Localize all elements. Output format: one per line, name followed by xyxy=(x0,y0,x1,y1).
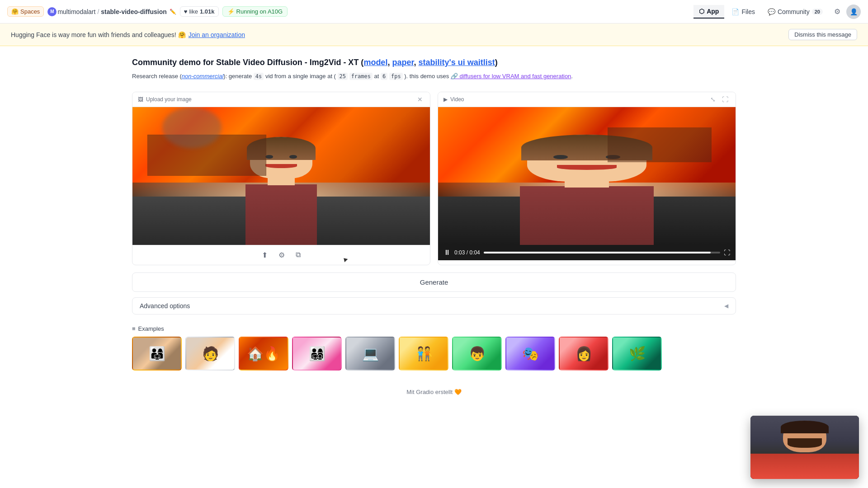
examples-header: ≡ Examples xyxy=(132,325,736,332)
spaces-icon: 🤗 xyxy=(11,8,19,15)
time-current: 0:03 / 0:04 xyxy=(454,249,480,256)
banner: Hugging Face is way more fun with friend… xyxy=(0,23,868,46)
waitlist-link[interactable]: stability's ui waitlist xyxy=(418,58,495,67)
example-thumb-4[interactable]: 👨‍👩‍👧‍👦 xyxy=(292,337,342,371)
example-thumb-5[interactable]: 💻 xyxy=(345,337,395,371)
footer-text: Mit Gradio erstellt 🧡 xyxy=(406,389,461,395)
repo-owner-avatar: M xyxy=(47,7,57,16)
video-fullscreen-button[interactable]: ⛶ xyxy=(724,249,730,256)
video-label: Video xyxy=(450,96,464,103)
video-display xyxy=(438,107,736,245)
nav-community[interactable]: 💬 Community 20 xyxy=(762,5,828,18)
video-content xyxy=(438,107,736,245)
image-panel-header: 🖼 Upload your image ✕ xyxy=(132,92,430,107)
play-pause-button[interactable]: ⏸ xyxy=(443,249,451,257)
running-icon: ⚡ xyxy=(227,8,235,15)
example-thumb-3[interactable]: 🏠🔥 xyxy=(239,337,288,371)
repo-path: M multimodalart / stable-video-diffusion… xyxy=(47,7,176,16)
nav-app[interactable]: ⬡ App xyxy=(693,5,724,19)
settings-button[interactable]: ⚙ xyxy=(830,5,844,19)
like-count: 1.01k xyxy=(200,8,215,15)
example-thumb-2[interactable]: 🧑 xyxy=(185,337,235,371)
video-panel: ▶ Video ⤡ ⛶ xyxy=(438,92,736,265)
files-icon: 📄 xyxy=(731,8,739,15)
running-badge: ⚡ Running on A10G xyxy=(222,6,288,17)
edit-button[interactable]: ⚙ xyxy=(277,249,287,261)
video-panel-header: ▶ Video ⤡ ⛶ xyxy=(438,92,736,107)
generate-section: Generate xyxy=(132,272,736,292)
header-right: ⬡ App 📄 Files 💬 Community 20 ⚙ 👤 xyxy=(693,5,861,19)
video-progress-track[interactable] xyxy=(484,252,720,253)
video-progress-fill xyxy=(484,252,711,253)
model-link[interactable]: model xyxy=(363,58,387,67)
frames-code: 25 xyxy=(338,73,348,80)
community-count: 20 xyxy=(812,9,823,15)
advanced-options-label: Advanced options xyxy=(140,302,190,310)
image-panel: 🖼 Upload your image ✕ xyxy=(132,92,430,265)
duration-code: 4s xyxy=(254,73,264,80)
banner-message: Hugging Face is way more fun with friend… xyxy=(11,31,186,38)
diffusers-link[interactable]: 🔗 diffusers for low VRAM and fast genera… xyxy=(451,73,571,80)
panels-row: 🖼 Upload your image ✕ xyxy=(132,92,736,265)
like-button[interactable]: ♥ like 1.01k xyxy=(180,6,219,17)
example-thumb-8[interactable]: 🎭 xyxy=(505,337,555,371)
example-thumb-6[interactable]: 🧑‍🤝‍🧑 xyxy=(399,337,448,371)
repo-name[interactable]: stable-video-diffusion xyxy=(101,8,166,15)
copy-button[interactable]: ⧉ xyxy=(294,249,302,261)
app-icon: ⬡ xyxy=(699,8,704,15)
subtitle: Research release (non-commercial): gener… xyxy=(132,72,736,81)
example-thumb-9[interactable]: 👩 xyxy=(559,337,609,371)
spaces-badge[interactable]: 🤗 Spaces xyxy=(7,6,44,17)
example-thumb-7[interactable]: 👦 xyxy=(452,337,502,371)
list-icon: ≡ xyxy=(132,325,136,332)
header: 🤗 Spaces M multimodalart / stable-video-… xyxy=(0,0,868,23)
image-toolbar: ⬆ ⚙ ⧉ xyxy=(132,245,430,265)
join-org-link[interactable]: Join an organization xyxy=(189,31,245,38)
example-thumb-1[interactable]: 👨‍👩‍👧 xyxy=(132,337,182,371)
fullscreen-button[interactable]: ⛶ xyxy=(720,95,730,104)
edit-pencil-icon[interactable]: ✏️ xyxy=(170,9,176,15)
video-control-bar: ⏸ 0:03 / 0:04 ⛶ xyxy=(438,245,736,260)
generate-button[interactable]: Generate xyxy=(132,272,736,292)
paper-link[interactable]: paper xyxy=(392,58,414,67)
fps-label: fps xyxy=(389,73,403,80)
page-title: Community demo for Stable Video Diffusio… xyxy=(132,57,736,68)
spaces-label: Spaces xyxy=(20,8,40,15)
examples-section: ≡ Examples 👨‍👩‍👧 🧑 🏠🔥 👨‍👩‍👧‍👦 💻 🧑‍🤝‍🧑 xyxy=(132,325,736,371)
chevron-left-icon: ◀ xyxy=(724,303,728,309)
running-label: Running on A10G xyxy=(236,8,283,15)
fps-code: 6 xyxy=(381,73,387,80)
heart-icon: ♥ xyxy=(184,8,188,15)
header-left: 🤗 Spaces M multimodalart / stable-video-… xyxy=(7,6,288,17)
like-label: like xyxy=(189,8,198,15)
upload-button[interactable]: ⬆ xyxy=(260,249,269,261)
examples-grid: 👨‍👩‍👧 🧑 🏠🔥 👨‍👩‍👧‍👦 💻 🧑‍🤝‍🧑 👦 🎭 xyxy=(132,337,736,371)
user-avatar[interactable]: 👤 xyxy=(846,5,861,19)
video-icon: ▶ xyxy=(443,96,448,103)
community-icon: 💬 xyxy=(768,8,775,15)
image-panel-close[interactable]: ✕ xyxy=(415,95,425,104)
main-content: Community demo for Stable Video Diffusio… xyxy=(118,46,750,413)
dismiss-button[interactable]: Dismiss this message xyxy=(788,29,857,40)
expand-button[interactable]: ⤡ xyxy=(708,95,717,104)
frames-label: frames xyxy=(349,73,373,80)
repo-owner[interactable]: multimodalart xyxy=(57,8,95,15)
example-thumb-10[interactable]: 🌿 xyxy=(612,337,662,371)
upload-label: Upload your image xyxy=(146,96,192,103)
advanced-options-toggle[interactable]: Advanced options ◀ xyxy=(132,297,736,314)
footer: Mit Gradio erstellt 🧡 xyxy=(132,381,736,403)
non-commercial-link[interactable]: non-commercial xyxy=(182,73,223,80)
image-display xyxy=(132,107,430,245)
banner-text: Hugging Face is way more fun with friend… xyxy=(11,31,245,38)
nav-files[interactable]: 📄 Files xyxy=(726,5,760,18)
examples-label: Examples xyxy=(138,325,164,332)
uploaded-image xyxy=(132,107,430,245)
image-icon: 🖼 xyxy=(138,96,143,103)
